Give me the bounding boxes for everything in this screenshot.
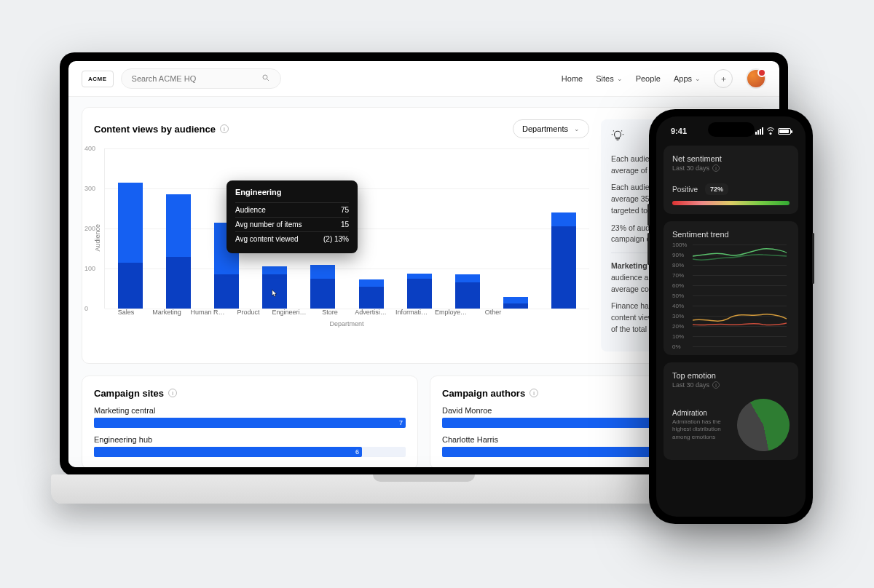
wifi-icon [766, 127, 775, 135]
audience-filter-select[interactable]: Departments ⌄ [513, 119, 589, 138]
positive-label: Positive [672, 186, 698, 194]
info-icon[interactable]: i [529, 389, 538, 397]
campaign-sites-card: Campaign sites i Marketing central7Engin… [82, 376, 418, 468]
bar-employee[interactable] [503, 297, 528, 309]
list-item-label: Marketing central [94, 406, 406, 415]
bar-other[interactable] [551, 212, 576, 309]
x-tick-label: Engineeri… [272, 309, 307, 316]
y-tick-label: 30% [672, 313, 684, 319]
nav-apps[interactable]: Apps⌄ [674, 74, 701, 83]
x-tick-label: Store [312, 309, 347, 316]
battery-icon [778, 128, 791, 135]
info-icon[interactable]: i [168, 389, 177, 397]
x-tick-label: Product [231, 309, 266, 316]
net-sentiment-card[interactable]: Net sentiment Last 30 daysi Positive 72% [664, 146, 798, 214]
x-tick-label: Sales [109, 309, 143, 316]
svg-line-5 [613, 131, 614, 132]
chevron-down-icon: ⌄ [617, 75, 623, 82]
bar-chart[interactable]: Audience 0100200300400 SalesMarketingHum… [94, 148, 589, 327]
phone-device-frame: 9:41 Net sentiment Last 30 daysi Positiv… [649, 109, 813, 524]
y-tick-label: 300 [84, 185, 95, 192]
info-icon[interactable]: i [712, 381, 720, 389]
card-title: Campaign sites i [94, 388, 406, 399]
bar-store[interactable] [359, 279, 384, 309]
phone-screen: 9:41 Net sentiment Last 30 daysi Positiv… [656, 116, 806, 517]
x-axis-label: Department [104, 320, 589, 327]
x-tick-label: Human R… [190, 309, 225, 316]
sentiment-trend-chart: 100%90%80%70%60%50%40%30%20%10%0% [672, 245, 790, 346]
positive-value-badge: 72% [705, 183, 728, 195]
info-icon[interactable]: i [220, 124, 229, 133]
top-emotion-desc: Admiration has the highest distribution … [672, 418, 730, 441]
chevron-down-icon: ⌄ [695, 75, 701, 82]
svg-point-0 [263, 75, 267, 79]
info-icon[interactable]: i [712, 164, 720, 172]
emotion-pie-chart [728, 389, 799, 461]
primary-nav: Home Sites⌄ People Apps⌄ ＋ [562, 68, 766, 89]
svg-line-1 [267, 79, 269, 82]
y-tick-label: 80% [672, 262, 684, 269]
chart-tooltip: Engineering Audience75 Avg number of ite… [227, 180, 358, 253]
bar-advertisi[interactable] [407, 274, 432, 309]
y-tick-label: 100 [84, 265, 95, 272]
global-search[interactable] [121, 68, 281, 89]
svg-line-6 [621, 131, 622, 132]
sentiment-meter [672, 201, 790, 205]
phone-notch [708, 122, 755, 137]
top-emotion-name: Admiration [672, 409, 730, 417]
y-tick-label: 50% [672, 293, 684, 299]
horizontal-bar[interactable]: 6 [94, 447, 406, 457]
horizontal-bar[interactable]: 7 [94, 418, 406, 428]
x-tick-label: Other [476, 309, 511, 316]
status-time: 9:41 [671, 127, 687, 135]
user-avatar[interactable] [746, 68, 766, 89]
search-icon [261, 74, 270, 84]
y-tick-label: 60% [672, 282, 684, 289]
bar-informati[interactable] [455, 274, 480, 309]
top-emotion-card[interactable]: Top emotion Last 30 daysi Admiration Adm… [664, 362, 798, 460]
y-tick-label: 40% [672, 303, 684, 309]
nav-people[interactable]: People [636, 74, 661, 83]
x-tick-label: Informati… [394, 309, 429, 316]
list-item-label: Engineering hub [94, 435, 406, 444]
svg-point-2 [615, 131, 621, 138]
cursor-pointer-icon [269, 288, 279, 301]
chevron-down-icon: ⌄ [574, 125, 580, 132]
card-title: Content views by audience i [94, 124, 229, 135]
bar-marketing[interactable] [166, 194, 191, 309]
sentiment-trend-card[interactable]: Sentiment trend 100%90%80%70%60%50%40%30… [664, 221, 798, 355]
brand-logo[interactable]: ACME [82, 71, 114, 87]
phone-side-button [647, 233, 650, 265]
bar-sales[interactable] [118, 183, 143, 309]
bar-engineeri[interactable] [310, 265, 335, 309]
chart-pane: Content views by audience i Departments … [94, 119, 589, 351]
y-tick-label: 100% [672, 242, 687, 248]
phone-side-button [647, 204, 650, 226]
add-button[interactable]: ＋ [714, 69, 733, 88]
cellular-signal-icon [755, 127, 763, 135]
y-tick-label: 400 [84, 145, 95, 152]
x-tick-label: Employee… [435, 309, 470, 316]
y-tick-label: 90% [672, 252, 684, 258]
nav-home[interactable]: Home [562, 74, 583, 83]
y-tick-label: 0 [84, 305, 88, 312]
y-tick-label: 20% [672, 323, 684, 330]
search-input[interactable] [132, 74, 256, 83]
y-tick-label: 0% [672, 343, 681, 350]
phone-side-button [812, 233, 814, 284]
y-tick-label: 70% [672, 272, 684, 279]
x-tick-label: Advertisi… [353, 309, 388, 316]
y-tick-label: 200 [84, 225, 95, 232]
x-tick-label: Marketing [149, 309, 184, 316]
app-header: ACME Home Sites⌄ People Apps⌄ ＋ [68, 61, 779, 97]
y-tick-label: 10% [672, 333, 684, 340]
nav-sites[interactable]: Sites⌄ [596, 74, 622, 83]
